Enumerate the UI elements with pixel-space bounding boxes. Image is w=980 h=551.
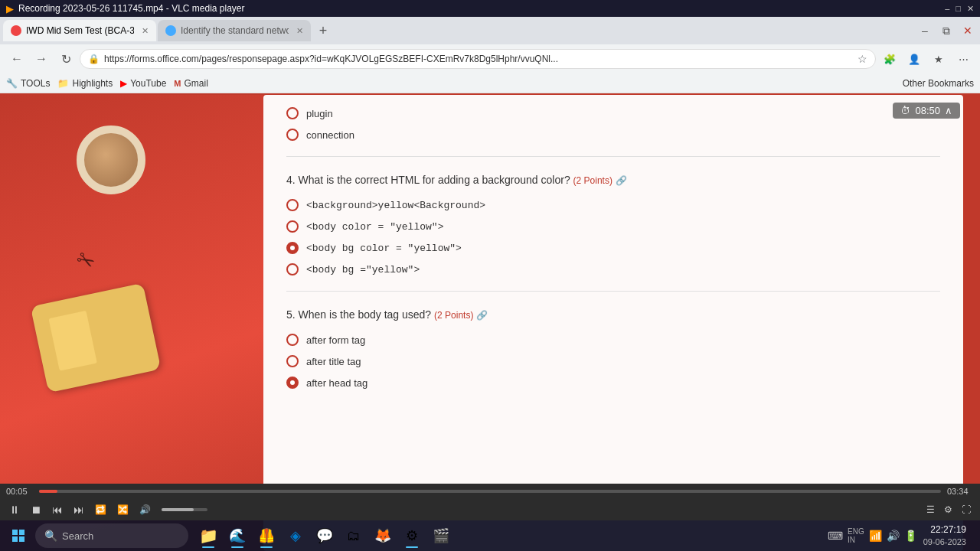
- address-bar[interactable]: 🔒 https://forms.office.com/pages/respons…: [80, 49, 876, 69]
- taskbar-firefox[interactable]: 🦊: [369, 522, 397, 549]
- vlc-icon: 🦺: [258, 527, 275, 544]
- vlc-volume-slider[interactable]: [162, 508, 207, 511]
- vlc-stop-button[interactable]: ⏹: [28, 502, 44, 517]
- taskbar-file-explorer[interactable]: 📁: [194, 522, 222, 549]
- question-4-body: What is the correct HTML for adding a ba…: [299, 174, 573, 186]
- q5-option-b: after title tag: [286, 355, 940, 367]
- bookmark-tools[interactable]: 🔧 TOOLs: [6, 78, 50, 89]
- start-square-4: [19, 536, 24, 542]
- q4-option-c: <body bg color = "yellow">: [286, 242, 940, 254]
- taskbar-files[interactable]: 🗂: [340, 522, 368, 549]
- radio-q5a[interactable]: [286, 334, 299, 346]
- bookmark-highlights[interactable]: 📁 Highlights: [57, 78, 113, 89]
- tab1-close[interactable]: ✕: [142, 26, 149, 36]
- radio-q5c[interactable]: [286, 377, 299, 389]
- question-5-text: 5. When is the body tag used? (2 Points)…: [286, 307, 940, 323]
- browser-minimize-button[interactable]: –: [916, 21, 934, 40]
- vlc-shuffle-button[interactable]: 🔀: [114, 503, 132, 517]
- radio-connection[interactable]: [286, 129, 299, 141]
- taskbar-vscode[interactable]: ◈: [282, 522, 309, 549]
- taskbar-clock[interactable]: 22:27:19 09-06-2023: [923, 523, 966, 548]
- new-tab-button[interactable]: +: [312, 20, 334, 41]
- minimize-button[interactable]: –: [945, 4, 949, 14]
- refresh-button[interactable]: ↻: [55, 48, 77, 70]
- taskbar-whatsapp[interactable]: 💬: [311, 522, 338, 549]
- browser-chrome: IWD Mid Sem Test (BCA-3 Sem) ✕ Identify …: [0, 17, 980, 93]
- q5-option-c: after head tag: [286, 377, 940, 389]
- bookmarks-bar: 🔧 TOOLs 📁 Highlights ▶ YouTube M Gmail O…: [0, 73, 980, 93]
- bookmark-other[interactable]: Other Bookmarks: [903, 78, 974, 89]
- windows-taskbar: 🔍 Search 📁 🌊 🦺 ◈ 💬 🗂: [0, 520, 980, 551]
- option-plugin: plugin: [286, 107, 940, 119]
- edge-icon: 🌊: [229, 527, 246, 544]
- taskbar-apps: 📁 🌊 🦺 ◈ 💬 🗂 🦊 ⚙: [194, 522, 455, 549]
- quiz-scroll[interactable]: plugin connection 4. What is the correct…: [263, 95, 963, 551]
- radio-q4b[interactable]: [286, 220, 299, 233]
- q5-option-b-label: after title tag: [306, 356, 361, 367]
- youtube-icon: ▶: [120, 78, 127, 89]
- vlc-overlay-close[interactable]: ∧: [945, 105, 952, 116]
- taskbar-search[interactable]: 🔍 Search: [35, 523, 188, 548]
- media-icon: 🎬: [433, 527, 449, 544]
- taskbar-edge[interactable]: 🌊: [224, 522, 251, 549]
- question-4-points: (2 Points): [573, 175, 612, 186]
- copy-icon-q4[interactable]: 🔗: [616, 175, 627, 186]
- wifi-icon[interactable]: 📶: [869, 530, 882, 542]
- question-4-block: 4. What is the correct HTML for adding a…: [286, 172, 940, 276]
- vlc-fullscreen-button[interactable]: ⛶: [959, 503, 974, 517]
- quiz-panel: plugin connection 4. What is the correct…: [263, 95, 963, 551]
- title-bar-controls: – □ ✕: [945, 4, 974, 14]
- bookmark-youtube-label: YouTube: [130, 78, 166, 89]
- menu-button[interactable]: ⋯: [952, 48, 974, 70]
- vlc-playlist-button[interactable]: ☰: [923, 503, 938, 517]
- clock-time: 22:27:19: [923, 523, 966, 536]
- close-button[interactable]: ✕: [967, 4, 974, 14]
- extensions-button[interactable]: 🧩: [879, 48, 900, 70]
- bookmark-youtube[interactable]: ▶ YouTube: [120, 78, 166, 89]
- tab-1[interactable]: IWD Mid Sem Test (BCA-3 Sem) ✕: [3, 20, 156, 41]
- taskbar-media[interactable]: 🎬: [427, 522, 455, 549]
- taskbar-vlc[interactable]: 🦺: [253, 522, 280, 549]
- bookmark-gmail[interactable]: M Gmail: [174, 78, 208, 89]
- start-square-1: [12, 530, 18, 535]
- vlc-progress-track[interactable]: [39, 490, 941, 493]
- tab2-close[interactable]: ✕: [296, 26, 303, 36]
- q4-option-a-label: <background>yellow<Background>: [306, 200, 485, 211]
- vlc-volume-icon[interactable]: 🔊: [136, 503, 154, 517]
- start-button[interactable]: [5, 522, 32, 549]
- vlc-next-button[interactable]: ⏭: [70, 502, 87, 517]
- forward-button[interactable]: →: [31, 48, 52, 70]
- browser-restore-button[interactable]: ⧉: [937, 21, 956, 40]
- copy-icon-q5[interactable]: 🔗: [476, 310, 488, 321]
- taskbar-search-icon: 🔍: [44, 530, 57, 542]
- bookmark-gmail-label: Gmail: [185, 78, 208, 89]
- favorites-button[interactable]: ★: [928, 48, 949, 70]
- volume-icon[interactable]: 🔊: [887, 530, 900, 542]
- radio-q4a[interactable]: [286, 199, 299, 211]
- radio-q4d[interactable]: [286, 263, 299, 276]
- browser-close-button[interactable]: ✕: [959, 21, 977, 40]
- vlc-ext-button[interactable]: ⚙: [941, 503, 956, 517]
- maximize-button[interactable]: □: [956, 4, 961, 14]
- profile-button[interactable]: 👤: [903, 48, 925, 70]
- vlc-loop-button[interactable]: 🔁: [92, 503, 109, 517]
- radio-q4c[interactable]: [286, 242, 299, 254]
- bookmark-other-label: Other Bookmarks: [903, 78, 974, 89]
- vlc-time-total: 03:34: [947, 487, 974, 496]
- windows-logo: [12, 530, 24, 542]
- vlc-prev-button[interactable]: ⏮: [49, 502, 66, 517]
- radio-q5b[interactable]: [286, 355, 299, 367]
- bookmark-tools-label: TOOLs: [21, 78, 50, 89]
- clock-icon: ⏱: [900, 105, 910, 116]
- app-indicator: [202, 546, 214, 548]
- option-plugin-label: plugin: [306, 108, 333, 119]
- battery-icon[interactable]: 🔋: [904, 530, 917, 542]
- clock-date: 09-06-2023: [923, 536, 966, 548]
- radio-plugin[interactable]: [286, 107, 299, 119]
- bookmark-star-icon[interactable]: ☆: [858, 53, 867, 65]
- tab-2[interactable]: Identify the standard network... ✕: [158, 20, 311, 41]
- back-button[interactable]: ←: [6, 48, 28, 70]
- vlc-play-pause-button[interactable]: ⏸: [6, 502, 23, 517]
- keyboard-icon: ⌨: [828, 530, 843, 542]
- taskbar-chrome[interactable]: ⚙: [398, 522, 426, 549]
